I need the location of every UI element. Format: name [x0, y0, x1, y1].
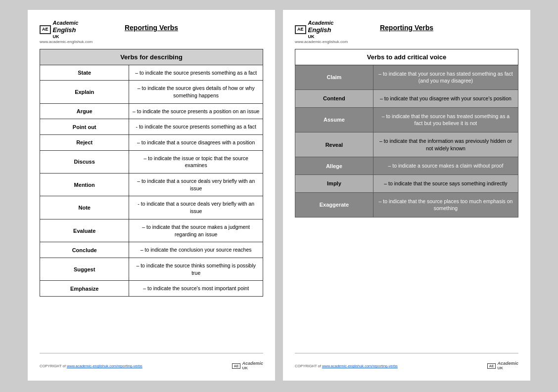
left-verb-desc: – to indicate the source presents a posi… — [129, 103, 263, 119]
left-table-row: Explain – to indicate the source gives d… — [40, 81, 263, 103]
left-table-row: Evaluate – to indicate that the source m… — [40, 219, 263, 242]
left-table-row: State – to indicate the source presents … — [40, 65, 263, 81]
left-footer-copyright: COPYRIGHT of www.academic-englishuk.com/… — [40, 364, 142, 368]
left-verb-name: Conclude — [40, 242, 129, 258]
left-verb-desc: – to indicate the conclusion your source… — [129, 242, 263, 258]
right-footer-logo: AE Academic UK — [487, 361, 518, 371]
website-right: www.academic-englishuk.com — [295, 40, 348, 44]
left-footer-logo: AE Academic UK — [232, 361, 263, 371]
left-table-row: Conclude – to indicate the conclusion yo… — [40, 242, 263, 258]
right-footer-url[interactable]: www.academic-englishuk.com/reporting-ver… — [322, 364, 398, 368]
ae-brand-right: Academic English UK — [308, 20, 334, 40]
right-footer-copyright: COPYRIGHT of www.academic-englishuk.com/… — [295, 364, 398, 368]
right-table-row: Imply – to indicate that the source says… — [295, 175, 518, 193]
left-verb-desc: – to indicate that the source makes a ju… — [129, 219, 263, 242]
left-footer: COPYRIGHT of www.academic-englishuk.com/… — [40, 353, 263, 371]
right-table-row: Claim – to indicate that your source has… — [295, 65, 518, 89]
brand-mid-left: English — [53, 26, 79, 34]
brand-sub-right: UK — [308, 34, 334, 40]
left-page-title-container: Reporting Verbs — [125, 24, 178, 32]
left-verb-desc: – to indicate the source thinks somethin… — [129, 258, 263, 280]
left-verb-desc: - to indicate the source presents someth… — [129, 119, 263, 135]
right-verb-desc: – to indicate that the information was p… — [373, 132, 518, 157]
left-table-header: Verbs for describing — [40, 49, 263, 65]
right-verb-name: Allege — [295, 157, 373, 175]
left-verb-table: Verbs for describing State – to indicate… — [40, 49, 263, 297]
left-verb-name: Argue — [40, 103, 129, 119]
left-verb-desc: – to indicate that a source deals very b… — [129, 174, 263, 196]
right-verb-name: Exaggerate — [295, 192, 373, 217]
right-verb-desc: – to indicate that the source has treate… — [373, 107, 518, 132]
right-verb-desc: – to indicate that the source places too… — [373, 192, 518, 217]
ae-box-left: AE — [40, 25, 51, 34]
ae-text-left: AE — [42, 27, 48, 33]
left-verb-desc: – to indicate the source presents someth… — [129, 65, 263, 81]
right-footer-ae-box: AE — [487, 363, 496, 369]
right-verb-desc: – to indicate that the source says somet… — [373, 175, 518, 193]
right-verb-desc: – to indicate that you disagree with you… — [373, 89, 518, 107]
left-verb-name: Emphasize — [40, 281, 129, 297]
left-table-row: Reject – to indicate that a source disag… — [40, 135, 263, 151]
ae-text-right: AE — [297, 27, 304, 33]
left-verb-name: Explain — [40, 81, 129, 103]
brand-top-left: Academic — [53, 20, 79, 26]
left-page: AE Academic English UK www.academic-engl… — [28, 10, 275, 381]
left-copyright-text: COPYRIGHT of — [40, 364, 66, 368]
right-table-row: Allege – to indicate a source makes a cl… — [295, 157, 518, 175]
left-table-row: Argue – to indicate the source presents … — [40, 103, 263, 119]
left-footer-ae-box: AE — [232, 363, 241, 369]
ae-brand-left: Academic English UK — [53, 20, 79, 40]
right-page-title: Reporting Verbs — [380, 24, 433, 32]
right-logo-img: AE Academic English UK — [295, 20, 334, 40]
brand-sub-left: UK — [53, 34, 79, 40]
right-header-area: AE Academic English UK www.academic-engl… — [295, 20, 518, 46]
right-table-header: Verbs to add critical voice — [295, 49, 518, 65]
left-table-row: Suggest – to indicate the source thinks … — [40, 258, 263, 280]
right-copyright-text: COPYRIGHT of — [295, 364, 321, 368]
right-page: AE Academic English UK www.academic-engl… — [283, 10, 530, 381]
right-verb-name: Contend — [295, 89, 373, 107]
left-verb-desc: – to indicate the issue or topic that th… — [129, 150, 263, 173]
left-logo-img: AE Academic English UK — [40, 20, 79, 40]
right-table-row: Reveal – to indicate that the informatio… — [295, 132, 518, 157]
right-verb-name: Imply — [295, 175, 373, 193]
left-verb-name: Reject — [40, 135, 129, 151]
website-left: www.academic-englishuk.com — [40, 40, 93, 44]
brand-mid-right: English — [308, 26, 334, 34]
right-table-row: Contend – to indicate that you disagree … — [295, 89, 518, 107]
left-header-area: AE Academic English UK www.academic-engl… — [40, 20, 263, 46]
left-footer-url[interactable]: www.academic-englishuk.com/reporting-ver… — [67, 364, 142, 368]
left-page-title: Reporting Verbs — [125, 24, 178, 32]
left-table-row: Emphasize – to indicate the source's mos… — [40, 281, 263, 297]
right-footer-brand: Academic UK — [497, 361, 518, 371]
left-verb-desc: - to indicate that a source deals very b… — [129, 196, 263, 219]
left-footer-brand: Academic UK — [242, 361, 263, 371]
right-page-title-container: Reporting Verbs — [380, 24, 433, 32]
right-verb-name: Claim — [295, 65, 373, 89]
left-table-row: Discuss – to indicate the issue or topic… — [40, 150, 263, 173]
left-table-row: Note - to indicate that a source deals v… — [40, 196, 263, 219]
right-table-row: Exaggerate – to indicate that the source… — [295, 192, 518, 217]
right-footer-brand-bot: UK — [497, 366, 518, 371]
left-footer-ae: AE — [234, 364, 239, 368]
left-footer-brand-bot: UK — [242, 366, 263, 371]
right-table-row: Assume – to indicate that the source has… — [295, 107, 518, 132]
right-verb-table: Verbs to add critical voice Claim – to i… — [295, 49, 518, 218]
left-logo: AE Academic English UK www.academic-engl… — [40, 20, 93, 46]
right-footer: COPYRIGHT of www.academic-englishuk.com/… — [295, 353, 518, 371]
right-footer-ae: AE — [489, 364, 494, 368]
left-table-row: Point out - to indicate the source prese… — [40, 119, 263, 135]
left-verb-name: Note — [40, 196, 129, 219]
left-table-row: Mention – to indicate that a source deal… — [40, 174, 263, 196]
brand-top-right: Academic — [308, 20, 334, 26]
right-verb-name: Reveal — [295, 132, 373, 157]
left-verb-name: Mention — [40, 174, 129, 196]
right-verb-desc: – to indicate a source makes a claim wit… — [373, 157, 518, 175]
right-verb-desc: – to indicate that your source has state… — [373, 65, 518, 89]
ae-box-right: AE — [295, 25, 306, 34]
left-verb-desc: – to indicate that a source disagrees wi… — [129, 135, 263, 151]
right-verb-name: Assume — [295, 107, 373, 132]
left-verb-desc: – to indicate the source's most importan… — [129, 281, 263, 297]
left-verb-name: Point out — [40, 119, 129, 135]
left-verb-name: Suggest — [40, 258, 129, 280]
